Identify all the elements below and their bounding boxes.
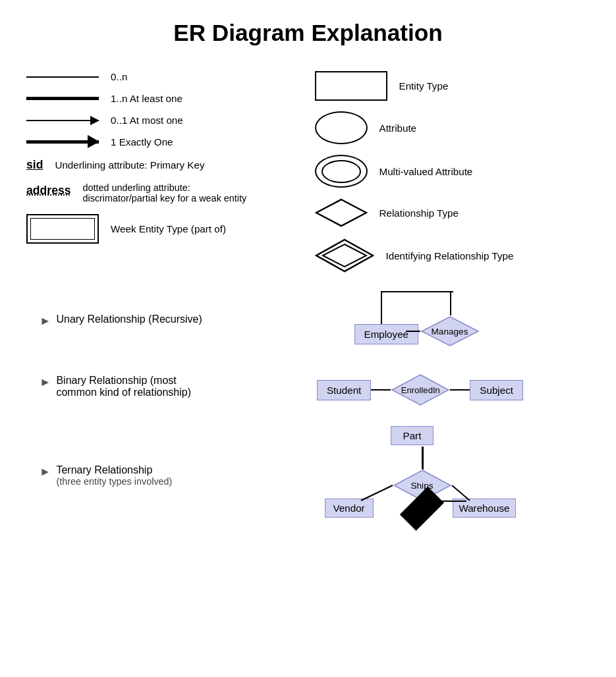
ternary-title-text: Ternary Relationship	[56, 464, 172, 476]
legend-label-entity-type: Entity Type	[399, 80, 449, 92]
legend-item-01: 0..1 At most one	[20, 109, 308, 131]
entity-type-symbol	[315, 71, 387, 101]
binary-title-text: Binary Relationship (most	[56, 375, 191, 387]
thick-arrow-symbol	[26, 140, 99, 144]
unary-rel-label: Manages	[432, 327, 468, 337]
bullet-unary: ►	[40, 314, 51, 328]
binary-title: ► Binary Relationship (most common kind …	[40, 375, 224, 398]
legend-item-address: address dotted underling attribute: disc…	[20, 177, 308, 209]
legend-label-0n: 0..n	[111, 71, 127, 82]
multivalued-symbol	[315, 155, 368, 188]
legend-item-attribute: Attribute	[308, 106, 597, 149]
unary-relationship: Manages	[420, 315, 480, 347]
svg-marker-0	[316, 200, 366, 226]
binary-entity2: Subject	[470, 380, 523, 400]
ternary-line-right	[427, 501, 466, 502]
unary-title-text: Unary Relationship (Recursive)	[56, 313, 202, 325]
ternary-entity-left: Vendor	[325, 499, 374, 518]
bullet-ternary: ►	[40, 465, 51, 479]
thin-line-symbol	[26, 76, 99, 78]
legend-label-address: dotted underling attribute: discrimator/…	[82, 182, 246, 203]
legend-item-weak-entity: Week Entity Type (part of)	[20, 209, 308, 249]
legend-item-relationship: Relationship Type	[308, 193, 597, 233]
attribute-symbol	[315, 111, 368, 144]
binary-line2	[450, 389, 470, 391]
unary-diagram: Employee Manages	[348, 288, 493, 360]
unary-line-horiz	[406, 331, 420, 332]
ternary-section: ► Ternary Relationship (three entity typ…	[20, 416, 596, 541]
ternary-entity-top: Part	[391, 426, 434, 445]
legend-label-relationship: Relationship Type	[379, 207, 459, 219]
legend-item-1: 1 Exactly One	[20, 131, 308, 153]
binary-entity1: Student	[317, 380, 371, 400]
legend-item-identifying: Identifying Relationship Type	[308, 233, 597, 278]
thin-arrow-symbol	[26, 120, 99, 121]
address-symbol: address	[26, 184, 70, 198]
legend-item-1n: 1..n At least one	[20, 88, 308, 109]
ternary-diagram: Part Ships Vendor Warehouse	[325, 426, 516, 531]
unary-line-vert-left	[381, 291, 382, 324]
binary-line1	[371, 389, 391, 391]
legend-label-1n: 1..n At least one	[111, 93, 182, 104]
unary-line-top	[381, 291, 453, 292]
thick-line-symbol	[26, 97, 99, 100]
page-title: ER Diagram Explanation	[20, 13, 596, 46]
identifying-symbol	[315, 238, 374, 273]
unary-title: ► Unary Relationship (Recursive)	[40, 313, 224, 328]
binary-section: ► Binary Relationship (most common kind …	[20, 364, 596, 416]
ellipse-inner	[322, 160, 361, 183]
legend-label-attribute: Attribute	[379, 122, 417, 134]
relationship-symbol	[315, 198, 368, 228]
unary-entity: Employee	[354, 324, 419, 344]
legend-item-0n: 0..n	[20, 66, 308, 88]
binary-relationship: EnrolledIn	[391, 373, 450, 406]
bullet-binary: ►	[40, 375, 51, 389]
ternary-subtitle-text: (three entity types involved)	[56, 476, 172, 487]
ternary-line-top	[422, 447, 424, 470]
weak-entity-symbol	[26, 214, 99, 244]
legend-label-1: 1 Exactly One	[111, 136, 173, 148]
legend-label-multivalued: Multi-valued Attribute	[379, 166, 473, 177]
unary-section: ► Unary Relationship (Recursive) Employe…	[20, 284, 596, 364]
legend-label-sid: Underlining attribute: Primary Key	[55, 159, 204, 171]
legend-item-multivalued: Multi-valued Attribute	[308, 149, 597, 193]
ternary-title: ► Ternary Relationship (three entity typ…	[40, 464, 224, 487]
binary-subtitle-text: common kind of relationship)	[56, 387, 191, 398]
legend-label-weak-entity: Week Entity Type (part of)	[111, 223, 226, 234]
sid-symbol: sid	[26, 158, 43, 172]
legend-label-01: 0..1 At most one	[111, 115, 183, 126]
legend-label-identifying: Identifying Relationship Type	[386, 250, 514, 261]
legend-item-entity-type: Entity Type	[308, 66, 597, 106]
unary-line-vert-right	[450, 291, 451, 315]
binary-rel-label: EnrolledIn	[401, 385, 440, 395]
legend-item-sid: sid Underlining attribute: Primary Key	[20, 153, 308, 177]
